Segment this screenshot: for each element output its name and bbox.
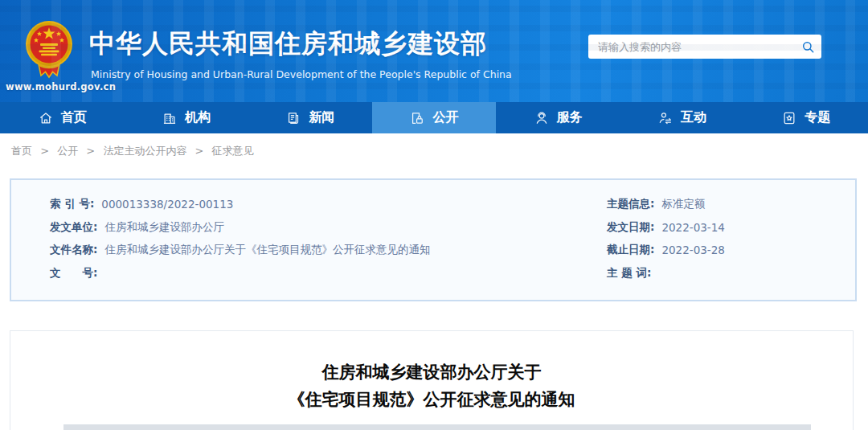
national-emblem-icon bbox=[24, 19, 74, 82]
nav-item-organization[interactable]: 机构 bbox=[124, 102, 248, 133]
nav-item-interaction[interactable]: 互动 bbox=[620, 102, 743, 133]
field-label: 索 引 号: bbox=[50, 197, 94, 211]
search-box bbox=[588, 35, 821, 59]
article-content-divider bbox=[63, 424, 811, 430]
service-icon bbox=[534, 110, 550, 126]
article-card: 住房和城乡建设部办公厅关于 《住宅项目规范》公开征求意见的通知 bbox=[10, 330, 854, 430]
doc-info-left-column: 索 引 号: 000013338/2022-00113 发文单位: 住房和城乡建… bbox=[50, 193, 430, 285]
doc-number-row: 文 号: bbox=[50, 262, 430, 285]
nav-label: 公开 bbox=[432, 109, 458, 126]
field-value: 住房和城乡建设部办公厅 bbox=[104, 220, 224, 235]
nav-label: 机构 bbox=[185, 109, 211, 126]
field-label: 主 题 词: bbox=[607, 266, 651, 281]
field-value: 2022-03-28 bbox=[661, 244, 724, 256]
doc-file-name-row: 文件名称: 住房和城乡建设部办公厅关于《住宅项目规范》公开征求意见的通知 bbox=[50, 239, 430, 262]
nav-item-services[interactable]: 服务 bbox=[496, 102, 620, 133]
field-value: 2022-03-14 bbox=[661, 221, 724, 234]
site-title: 中华人民共和国住房和城乡建设部 bbox=[89, 27, 487, 62]
field-label: 文 号: bbox=[50, 266, 97, 281]
breadcrumb-separator: > bbox=[195, 145, 204, 157]
doc-issuing-unit-row: 发文单位: 住房和城乡建设部办公厅 bbox=[50, 216, 430, 240]
field-value: 住房和城乡建设部办公厅关于《住宅项目规范》公开征求意见的通知 bbox=[104, 243, 430, 257]
field-label: 发文单位: bbox=[50, 220, 97, 235]
nav-label: 服务 bbox=[557, 109, 583, 126]
site-header: www.mohurd.gov.cn 中华人民共和国住房和城乡建设部 Minist… bbox=[0, 0, 868, 102]
breadcrumb-home[interactable]: 首页 bbox=[11, 145, 32, 157]
main-nav: 首页 机构 新闻 公开 bbox=[0, 102, 868, 133]
mohurd-webpage: www.mohurd.gov.cn 中华人民共和国住房和城乡建设部 Minist… bbox=[0, 0, 868, 430]
doc-deadline-row: 截止日期: 2022-03-28 bbox=[607, 239, 725, 262]
nav-label: 专题 bbox=[805, 109, 830, 126]
article-title: 住房和城乡建设部办公厅关于 《住宅项目规范》公开征求意见的通知 bbox=[10, 358, 853, 413]
search-icon[interactable] bbox=[794, 40, 821, 54]
disclosure-icon bbox=[409, 110, 425, 126]
field-value: 标准定额 bbox=[661, 197, 705, 211]
nav-item-home[interactable]: 首页 bbox=[0, 102, 124, 133]
doc-issue-date-row: 发文日期: 2022-03-14 bbox=[607, 216, 725, 240]
breadcrumb-separator: > bbox=[40, 145, 49, 157]
field-label: 文件名称: bbox=[50, 243, 97, 257]
nav-item-disclosure[interactable]: 公开 bbox=[372, 102, 496, 133]
field-value: 000013338/2022-00113 bbox=[101, 198, 233, 211]
doc-index-number-row: 索 引 号: 000013338/2022-00113 bbox=[50, 193, 430, 216]
doc-info-right-column: 主题信息: 标准定额 发文日期: 2022-03-14 截止日期: 2022-0… bbox=[607, 193, 725, 285]
home-icon bbox=[38, 110, 54, 126]
field-label: 主题信息: bbox=[607, 197, 654, 211]
breadcrumb-statutory-content[interactable]: 法定主动公开内容 bbox=[103, 145, 186, 157]
nav-label: 新闻 bbox=[309, 109, 334, 126]
doc-keywords-row: 主 题 词: bbox=[607, 262, 725, 285]
building-icon bbox=[162, 110, 178, 126]
breadcrumb-current-page: 征求意见 bbox=[212, 145, 254, 157]
doc-topic-info-row: 主题信息: 标准定额 bbox=[607, 193, 725, 216]
search-input[interactable] bbox=[588, 35, 794, 59]
document-info-card: 索 引 号: 000013338/2022-00113 发文单位: 住房和城乡建… bbox=[10, 178, 857, 301]
topics-icon bbox=[781, 110, 797, 126]
site-domain: www.mohurd.gov.cn bbox=[6, 81, 116, 92]
nav-item-topics[interactable]: 专题 bbox=[744, 102, 868, 133]
interaction-icon bbox=[657, 110, 674, 126]
field-label: 发文日期: bbox=[607, 220, 654, 235]
nav-item-news[interactable]: 新闻 bbox=[248, 102, 372, 133]
nav-label: 首页 bbox=[61, 109, 87, 126]
news-icon bbox=[285, 110, 301, 126]
article-title-line1: 住房和城乡建设部办公厅关于 bbox=[322, 362, 542, 382]
breadcrumb-disclosure[interactable]: 公开 bbox=[57, 145, 78, 157]
site-subtitle: Ministry of Housing and Urban-Rural Deve… bbox=[91, 68, 512, 80]
breadcrumb: 首页 > 公开 > 法定主动公开内容 > 征求意见 bbox=[11, 144, 254, 158]
nav-label: 互动 bbox=[681, 109, 706, 126]
breadcrumb-separator: > bbox=[86, 145, 95, 157]
article-title-line2: 《住宅项目规范》公开征求意见的通知 bbox=[289, 390, 575, 409]
field-label: 截止日期: bbox=[607, 243, 654, 257]
